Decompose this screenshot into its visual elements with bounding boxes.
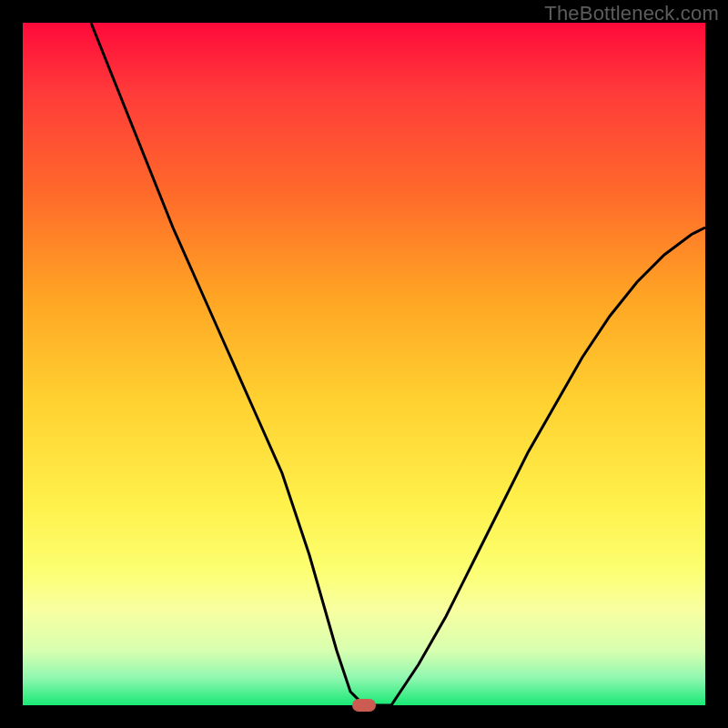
plot-area [23,23,705,705]
chart-frame: TheBottleneck.com [0,0,728,728]
minimum-marker [352,699,376,712]
bottleneck-curve [23,23,705,705]
curve-path [91,23,705,705]
